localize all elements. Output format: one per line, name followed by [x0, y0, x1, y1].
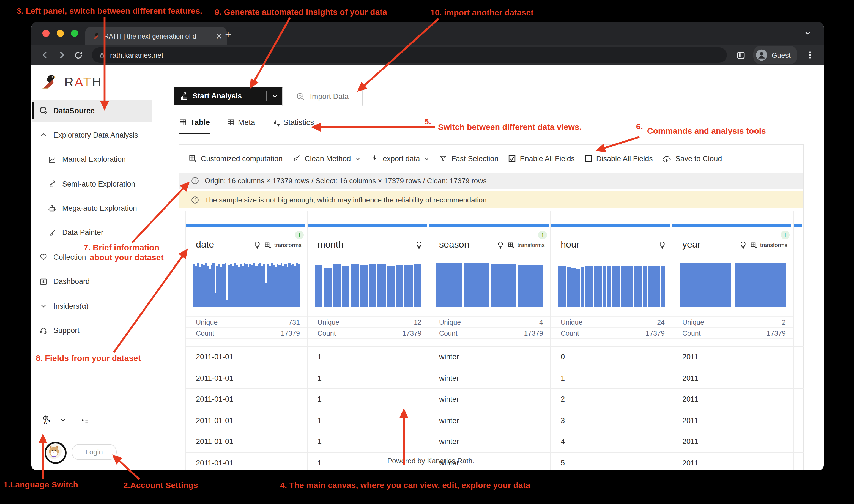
url-bar[interactable]: rath.kanaries.net	[92, 47, 727, 63]
profile-chip[interactable]: Guest	[753, 46, 797, 65]
annotation-10: 10. import another dataset	[430, 8, 533, 17]
transforms-grid-icon[interactable]	[265, 241, 272, 248]
back-icon[interactable]	[38, 48, 52, 62]
headset-icon	[39, 326, 48, 335]
histogram-bar	[639, 266, 642, 307]
histogram-bar	[265, 284, 267, 307]
table-cell: winter	[429, 431, 550, 452]
forward-icon[interactable]	[54, 48, 69, 62]
sidebar-item-support[interactable]: Support	[33, 319, 152, 341]
maximize-window-button[interactable]	[71, 30, 78, 37]
lightbulb-icon[interactable]	[415, 241, 423, 249]
annotation-7-line2: about your dataset	[90, 253, 163, 262]
sidebar-item-dashboard[interactable]: Dashboard	[33, 270, 152, 292]
lightbulb-icon[interactable]	[496, 241, 505, 249]
brush-icon	[48, 228, 57, 237]
dataset-info-text: Origin: 16 columns × 17379 rows / Select…	[205, 177, 487, 185]
funnel-icon	[439, 154, 447, 163]
table-cell: 2	[550, 389, 672, 410]
table-cell: 2011	[672, 368, 794, 389]
field-name[interactable]: hour	[561, 239, 579, 250]
tab-close-icon[interactable]: ✕	[216, 32, 222, 40]
sidebar-item-insiders[interactable]: Insiders(α)	[33, 295, 152, 317]
field-name[interactable]: season	[439, 239, 469, 250]
histogram-bar	[324, 268, 332, 307]
unique-label: Unique	[317, 318, 339, 326]
powered-by-footer: Powered by Kanaries Rath.	[348, 457, 513, 465]
transforms-label[interactable]: transforms	[517, 241, 545, 248]
transforms-label[interactable]: transforms	[274, 241, 302, 248]
new-tab-button[interactable]: +	[225, 29, 231, 41]
save-to-cloud-button[interactable]: Save to Cloud	[662, 154, 722, 163]
rath-logo-text: RATH	[65, 75, 102, 89]
close-window-button[interactable]	[42, 30, 50, 37]
language-switch-icon[interactable]: Aa	[42, 415, 52, 425]
window-controls[interactable]	[42, 30, 78, 37]
tab-meta[interactable]: Meta	[226, 118, 255, 131]
tab-statistics[interactable]: Statistics	[272, 118, 314, 131]
annotation-8: 8. Fields from your dataset	[36, 353, 141, 363]
transforms-grid-icon[interactable]	[508, 241, 515, 248]
histogram-bar	[248, 267, 250, 307]
histogram-bar	[230, 264, 232, 307]
lightbulb-icon[interactable]	[658, 241, 666, 249]
sidebar-item-manual-exploration[interactable]: Manual Exploration	[33, 148, 152, 170]
sidebar-menu: DataSource Exploratory Data Analysis Man…	[31, 100, 153, 344]
browser-menu-icon[interactable]	[803, 48, 817, 62]
sidebar-item-mega-auto-exploration[interactable]: Mega-auto Exploration	[33, 197, 152, 219]
collapse-sidebar-icon[interactable]	[80, 416, 90, 424]
export-data-dropdown[interactable]: export data	[370, 154, 430, 163]
kanaries-rath-link[interactable]: Kanaries Rath	[427, 457, 472, 465]
login-button[interactable]: Login	[72, 444, 117, 460]
histogram-bar	[203, 265, 205, 307]
sidebar-item-data-painter[interactable]: Data Painter	[33, 222, 152, 244]
field-selected-strip	[672, 224, 791, 227]
histogram-bar	[240, 264, 242, 307]
start-analysis-button[interactable]: Start Analysis	[174, 87, 284, 105]
user-avatar[interactable]	[44, 442, 67, 464]
chevron-up-icon	[39, 131, 48, 140]
field-name[interactable]: year	[682, 239, 701, 250]
histogram-bar	[232, 266, 234, 307]
field-name[interactable]: date	[196, 239, 214, 250]
language-chevron-down-icon[interactable]	[59, 416, 67, 424]
histogram-bar	[211, 265, 213, 307]
reload-icon[interactable]	[71, 48, 85, 62]
minimize-window-button[interactable]	[57, 30, 64, 37]
fast-selection-button[interactable]: Fast Selection	[439, 154, 498, 163]
field-name[interactable]: month	[317, 239, 344, 250]
field-histogram	[193, 262, 300, 307]
table-cell: 2011-01-01	[185, 347, 307, 367]
histogram-bar	[315, 265, 323, 307]
lightbulb-icon[interactable]	[739, 241, 747, 249]
import-data-button[interactable]: Import Data	[282, 87, 363, 106]
unique-value: 2	[782, 318, 786, 326]
transforms-count-badge: 1	[538, 231, 547, 239]
clean-method-dropdown[interactable]: Clean Method	[292, 154, 361, 163]
side-panel-icon[interactable]	[734, 48, 748, 62]
sidebar-item-exploratory-data-analysis[interactable]: Exploratory Data Analysis	[33, 124, 152, 146]
annotation-6-num: 6.	[636, 122, 643, 131]
histogram-bar	[236, 265, 238, 307]
histogram-bar	[280, 263, 283, 307]
disable-all-fields-checkbox[interactable]: Disable All Fields	[584, 154, 653, 163]
start-analysis-chevron-icon[interactable]	[271, 92, 278, 100]
sidebar-item-datasource[interactable]: DataSource	[33, 100, 152, 122]
transforms-label[interactable]: transforms	[760, 241, 787, 248]
browser-tab[interactable]: RATH | the next generation of d ✕	[85, 27, 227, 45]
lightbulb-icon[interactable]	[253, 241, 262, 249]
data-view-tabs: Table Meta Statistics	[179, 118, 314, 131]
table-cell: 1	[307, 368, 429, 389]
field-histogram	[679, 262, 786, 307]
transforms-grid-icon[interactable]	[750, 241, 758, 248]
histogram-bar	[222, 264, 224, 307]
tab-list-chevron-icon[interactable]	[804, 29, 812, 37]
sidebar-item-semi-auto-exploration[interactable]: Semi-auto Exploration	[33, 173, 152, 195]
customized-computation-button[interactable]: Customized computation	[188, 154, 283, 163]
histogram-bar	[296, 263, 298, 307]
enable-all-fields-checkbox[interactable]: Enable All Fields	[508, 154, 575, 163]
histogram-bar	[279, 265, 280, 307]
histogram-bar	[206, 266, 208, 307]
info-icon	[191, 196, 199, 204]
tab-table[interactable]: Table	[179, 118, 210, 131]
